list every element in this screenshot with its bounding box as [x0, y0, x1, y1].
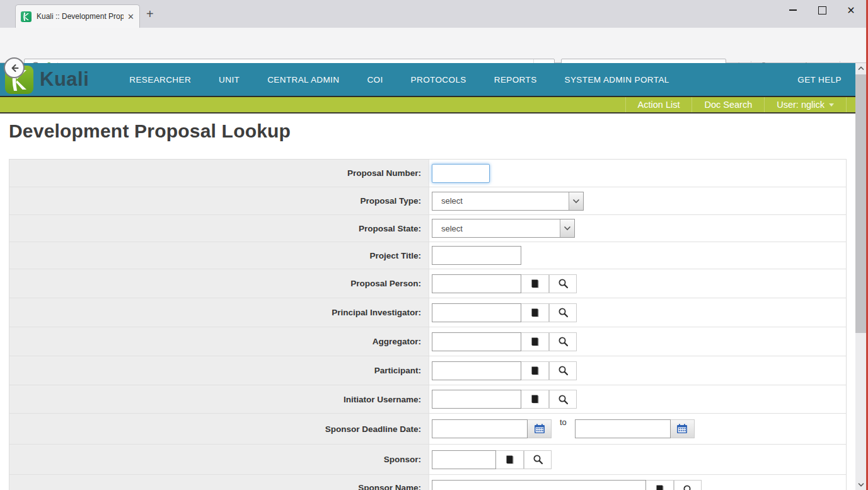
user-menu-label: User: nglick — [777, 100, 825, 110]
window-minimize-button[interactable] — [778, 2, 807, 18]
lookup-page: Development Proposal Lookup Proposal Num… — [0, 114, 855, 490]
proposal-state-label: Proposal State: — [359, 224, 421, 233]
proposal-person-directory-button[interactable] — [521, 274, 549, 293]
sponsor-name-label: Sponsor Name: — [358, 483, 421, 490]
sponsor-directory-button[interactable] — [496, 450, 524, 469]
kuali-wordmark: Kuali — [40, 68, 89, 91]
participant-lookup-button[interactable] — [549, 361, 577, 380]
aggregator-directory-button[interactable] — [521, 332, 549, 351]
chevron-down-icon — [858, 482, 864, 487]
window-controls: ✕ — [778, 4, 865, 16]
calendar-icon — [676, 424, 688, 434]
sponsor-deadline-date-label: Sponsor Deadline Date: — [325, 424, 421, 434]
aggregator-lookup-button[interactable] — [549, 332, 577, 351]
project-title-input[interactable] — [432, 246, 521, 265]
book-icon — [530, 394, 540, 404]
sponsor-label: Sponsor: — [384, 455, 421, 464]
magnifier-icon — [558, 365, 569, 376]
initiator-username-lookup-button[interactable] — [549, 390, 577, 409]
form-row-initiator-username: Initiator Username: — [9, 385, 846, 414]
proposal-person-lookup-button[interactable] — [549, 274, 577, 293]
proposal-number-input[interactable] — [432, 164, 490, 183]
nav-item-reports[interactable]: REPORTS — [494, 75, 537, 85]
form-row-proposal-number: Proposal Number: — [9, 160, 846, 187]
browser-tab[interactable]: Kuali :: Development Prop... ✕ — [15, 4, 140, 28]
proposal-number-label: Proposal Number: — [347, 168, 421, 178]
participant-label: Participant: — [374, 366, 421, 375]
action-list-link[interactable]: Action List — [625, 97, 692, 112]
magnifier-icon — [558, 307, 569, 318]
magnifier-icon — [533, 454, 543, 465]
initiator-username-directory-button[interactable] — [521, 390, 549, 409]
proposal-state-select[interactable]: select — [432, 219, 575, 238]
nav-item-central-admin[interactable]: CENTRAL ADMIN — [267, 75, 339, 85]
aggregator-input[interactable] — [432, 332, 521, 351]
proposal-person-input[interactable] — [432, 274, 521, 293]
form-row-sponsor-name: Sponsor Name: — [9, 475, 846, 490]
proposal-type-label: Proposal Type: — [360, 196, 421, 206]
form-row-sponsor: Sponsor: — [9, 445, 846, 475]
sponsor-deadline-to-input[interactable] — [575, 419, 671, 438]
form-row-proposal-person: Proposal Person: — [9, 269, 846, 298]
nav-item-researcher[interactable]: RESEARCHER — [129, 75, 191, 85]
proposal-person-label: Proposal Person: — [350, 279, 421, 288]
nav-item-system-admin-portal[interactable]: SYSTEM ADMIN PORTAL — [565, 75, 669, 85]
scrollbar-thumb[interactable] — [855, 74, 866, 333]
magnifier-icon — [558, 278, 569, 289]
participant-input[interactable] — [432, 361, 521, 380]
select-chevron-icon — [569, 192, 583, 210]
principal-investigator-input[interactable] — [432, 303, 521, 322]
get-help-link[interactable]: GET HELP — [797, 75, 842, 85]
book-icon — [530, 279, 540, 289]
sponsor-deadline-from-calendar-button[interactable] — [528, 419, 552, 438]
utility-bar: Action List Doc Search User: nglick — [0, 96, 855, 114]
nav-item-protocols[interactable]: PROTOCOLS — [411, 75, 466, 85]
principal-investigator-lookup-button[interactable] — [549, 303, 577, 322]
book-icon — [655, 484, 665, 490]
vertical-scrollbar[interactable] — [855, 63, 866, 490]
form-row-aggregator: Aggregator: — [9, 327, 846, 356]
user-menu[interactable]: User: nglick — [764, 97, 847, 112]
scroll-down-button[interactable] — [855, 479, 866, 490]
doc-search-link[interactable]: Doc Search — [692, 97, 764, 112]
proposal-type-select[interactable]: select — [432, 192, 584, 211]
participant-directory-button[interactable] — [521, 361, 549, 380]
kuali-favicon — [21, 11, 32, 22]
sponsor-name-input[interactable] — [432, 480, 646, 490]
sponsor-deadline-from-input[interactable] — [432, 419, 528, 438]
lookup-criteria-table: Proposal Number: Proposal Type: select — [9, 159, 847, 490]
sponsor-input[interactable] — [432, 450, 496, 469]
chevron-down-icon — [829, 103, 834, 107]
form-row-sponsor-deadline-date: Sponsor Deadline Date: to — [9, 414, 846, 445]
date-range-separator: to — [560, 414, 567, 427]
form-row-proposal-state: Proposal State: select — [9, 215, 846, 242]
nav-item-coi[interactable]: COI — [367, 75, 383, 85]
principal-investigator-directory-button[interactable] — [521, 303, 549, 322]
magnifier-icon — [683, 484, 693, 490]
browser-toolbar: https://siue-sbx.kuali.co/res/kr-krad/lo… — [0, 28, 868, 63]
sponsor-name-directory-button[interactable] — [646, 480, 674, 490]
browser-window: Kuali :: Development Prop... ✕ + ✕ https… — [0, 0, 868, 490]
aggregator-label: Aggregator: — [373, 337, 421, 346]
form-row-proposal-type: Proposal Type: select — [9, 187, 846, 215]
principal-investigator-label: Principal Investigator: — [332, 308, 421, 317]
initiator-username-input[interactable] — [432, 390, 521, 409]
chevron-up-icon — [858, 66, 864, 71]
proposal-state-selected-value: select — [432, 219, 560, 237]
initiator-username-label: Initiator Username: — [344, 395, 421, 404]
scroll-up-button[interactable] — [855, 63, 866, 74]
window-close-button[interactable]: ✕ — [836, 2, 865, 18]
book-icon — [530, 337, 540, 347]
calendar-icon — [534, 424, 545, 434]
sponsor-deadline-to-calendar-button[interactable] — [671, 419, 695, 438]
tab-close-icon[interactable]: ✕ — [127, 12, 134, 21]
window-maximize-button[interactable] — [807, 2, 836, 18]
sponsor-lookup-button[interactable] — [524, 450, 552, 469]
back-button[interactable] — [4, 57, 25, 78]
nav-item-unit[interactable]: UNIT — [219, 75, 240, 85]
magnifier-icon — [558, 394, 569, 405]
page-title: Development Proposal Lookup — [9, 114, 847, 142]
browser-titlebar: Kuali :: Development Prop... ✕ + ✕ — [0, 0, 868, 28]
sponsor-name-lookup-button[interactable] — [674, 480, 702, 490]
new-tab-button[interactable]: + — [146, 8, 154, 20]
